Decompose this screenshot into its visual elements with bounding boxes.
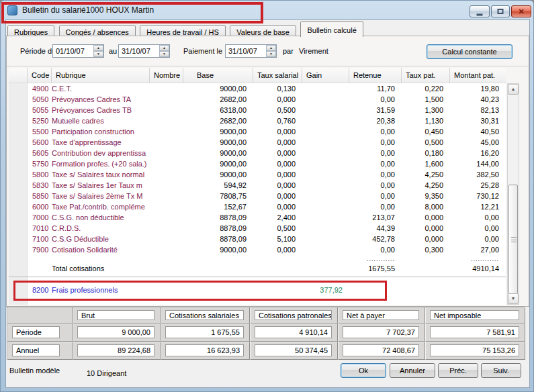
row-gutter bbox=[9, 212, 28, 223]
annuler-button[interactable]: Annuler bbox=[390, 363, 435, 378]
prec-button[interactable]: Préc. bbox=[438, 363, 478, 378]
cell-nombre bbox=[150, 212, 183, 223]
cell-code: 5850 bbox=[28, 191, 52, 201]
cell-nombre bbox=[150, 169, 183, 180]
row-gutter bbox=[9, 158, 28, 169]
period-from-field[interactable]: 01/10/07 ▲▼ bbox=[52, 44, 104, 58]
cell-gain bbox=[302, 201, 349, 212]
ok-button[interactable]: Ok bbox=[341, 363, 386, 378]
row-gutter bbox=[9, 169, 28, 180]
spin-down-icon[interactable]: ▼ bbox=[93, 51, 103, 57]
summary-periode-cot-patronales: 4 910,14 bbox=[250, 324, 338, 342]
cell-retenue: 0,00 bbox=[349, 201, 402, 212]
spin-down-icon[interactable]: ▼ bbox=[159, 51, 169, 57]
cell-taux-pat: 0,000 bbox=[402, 223, 450, 234]
table-row[interactable]: 5605Contribution dev apprentissa9000,000… bbox=[9, 148, 506, 158]
table-row[interactable]: 4900C.E.T.9000,000,13011,700,22019,80 bbox=[9, 83, 506, 94]
row-gutter bbox=[9, 137, 28, 148]
cell-code: 5830 bbox=[28, 180, 52, 191]
frais-professionnels-row[interactable]: 8200 Frais professionnels 377,92 bbox=[9, 285, 506, 295]
cell-taux-pat: 0,300 bbox=[402, 244, 450, 255]
retenue-dash: ............ bbox=[349, 255, 402, 263]
table-row[interactable]: 7900Cotisation Solidarité9000,000,0000,0… bbox=[9, 244, 506, 255]
table-row[interactable]: 5500Participation construction9000,000,0… bbox=[9, 126, 506, 137]
spin-up-icon[interactable]: ▲ bbox=[266, 45, 276, 51]
cell-taux-salarial: 0,000 bbox=[253, 180, 302, 191]
cell-retenue: 31,59 bbox=[349, 105, 402, 115]
col-header-nombre[interactable]: Nombre bbox=[150, 68, 183, 83]
scroll-up-icon[interactable]: ▲ bbox=[508, 84, 519, 95]
cell-rubrique: C.R.D.S. bbox=[52, 223, 150, 234]
cell-code: 5500 bbox=[28, 126, 52, 137]
col-header-montant-pat[interactable]: Montant pat. bbox=[450, 68, 506, 83]
vertical-scrollbar[interactable]: ▲ ▼ bbox=[507, 83, 519, 305]
cell-gain bbox=[302, 126, 349, 137]
col-header-retenue[interactable]: Retenue bbox=[349, 68, 402, 83]
cell-retenue: 44,39 bbox=[349, 223, 402, 234]
total-cotisations-row: Total cotisations 1675,55 4910,14 bbox=[9, 263, 506, 274]
scrollbar-thumb[interactable] bbox=[508, 185, 518, 294]
table-row[interactable]: 5830Taxe s/ Salaires 1er Taux m594,920,0… bbox=[9, 180, 506, 191]
calcul-constante-button[interactable]: Calcul constante bbox=[427, 44, 513, 59]
table-row[interactable]: 5800Taxe s/ Salaires taux normal9000,000… bbox=[9, 169, 506, 180]
table-row[interactable]: 5055Prévoyances Cadres TB6318,000,50031,… bbox=[9, 105, 506, 115]
minimize-button[interactable] bbox=[470, 5, 490, 17]
summary-annuel-cot-patronales: 50 374,45 bbox=[250, 342, 338, 360]
scroll-down-icon[interactable]: ▼ bbox=[508, 293, 519, 304]
col-header-base[interactable]: Base bbox=[183, 68, 253, 83]
payment-method-value: Virement bbox=[299, 47, 328, 55]
summary-periode-net-imposable: 7 581,91 bbox=[425, 324, 525, 342]
scrollbar-grip-icon bbox=[511, 237, 517, 242]
cell-base: 7808,75 bbox=[183, 191, 253, 201]
header-gutter bbox=[9, 68, 28, 83]
spin-up-icon[interactable]: ▲ bbox=[159, 45, 169, 51]
row-gutter bbox=[9, 244, 28, 255]
close-button[interactable]: ✕ bbox=[511, 5, 531, 17]
maximize-button[interactable] bbox=[491, 5, 510, 17]
cell-gain bbox=[302, 83, 349, 94]
table-row[interactable]: 7100C.S.G Déductible8878,095,100452,780,… bbox=[9, 234, 506, 244]
spin-down-icon[interactable]: ▼ bbox=[266, 51, 276, 57]
table-row[interactable]: 5750Formation profes. (+20 sala.)9000,00… bbox=[9, 158, 506, 169]
cell-code: 7100 bbox=[28, 234, 52, 244]
cell-nombre bbox=[150, 148, 183, 158]
summary-header-net-a-payer: Net à payer bbox=[338, 307, 425, 324]
cell-taux-pat: 8,000 bbox=[402, 201, 450, 212]
table-row[interactable]: 6000Taxe Pat./contrib. compléme152,670,0… bbox=[9, 201, 506, 212]
table-row[interactable]: 7010C.R.D.S.8878,090,50044,390,0000,00 bbox=[9, 223, 506, 234]
col-header-taux-pat[interactable]: Taux pat. bbox=[402, 68, 450, 83]
suiv-button[interactable]: Suiv. bbox=[481, 363, 521, 378]
cell-taux-pat: 1,600 bbox=[402, 158, 450, 169]
table-row[interactable]: 7000C.S.G. non déductible8878,092,400213… bbox=[9, 212, 506, 223]
cell-gain bbox=[302, 234, 349, 244]
summary-header-net-imposable: Net imposable bbox=[425, 307, 525, 324]
col-header-code[interactable]: Code bbox=[28, 68, 52, 83]
tab-bulletin-calcule[interactable]: Bulletin calculé bbox=[300, 21, 363, 37]
cell-base: 2682,00 bbox=[183, 94, 253, 105]
total-label: Total cotisations bbox=[52, 263, 150, 274]
cell-taux-salarial: 0,000 bbox=[253, 201, 302, 212]
table-row[interactable]: 5850Taxe s/ Salaires 2ème Tx M7808,750,0… bbox=[9, 191, 506, 201]
title-bar[interactable]: Bulletin du salarié1000 HOUX Martin ✕ bbox=[1, 1, 533, 19]
col-header-rubrique[interactable]: Rubrique bbox=[52, 68, 150, 83]
cell-retenue: 0,00 bbox=[349, 94, 402, 105]
col-header-taux-salarial[interactable]: Taux salarial bbox=[253, 68, 302, 83]
summary-annuel-net-a-payer: 72 408,67 bbox=[338, 342, 425, 360]
cell-code: 8200 bbox=[28, 285, 52, 295]
cell-taux-pat: 1,130 bbox=[402, 115, 450, 126]
period-to-field[interactable]: 31/10/07 ▲▼ bbox=[118, 44, 170, 58]
table-row[interactable]: 5250Mutuelle cadres2682,000,76020,381,13… bbox=[9, 115, 506, 126]
cell-rubrique: C.S.G Déductible bbox=[52, 234, 150, 244]
cell-taux-pat: 4,250 bbox=[402, 180, 450, 191]
spin-up-icon[interactable]: ▲ bbox=[93, 45, 103, 51]
cell-taux-salarial: 0,000 bbox=[253, 191, 302, 201]
cell-rubrique: Participation construction bbox=[52, 126, 150, 137]
table-row[interactable]: 5600Taxe d'apprentissage9000,000,0000,00… bbox=[9, 137, 506, 148]
cell-rubrique: Contribution dev apprentissa bbox=[52, 148, 150, 158]
payment-date-field[interactable]: 31/10/07 ▲▼ bbox=[225, 44, 277, 58]
row-gutter bbox=[9, 223, 28, 234]
cell-gain bbox=[302, 244, 349, 255]
table-row[interactable]: 5050Prévoyances Cadres TA2682,000,0000,0… bbox=[9, 94, 506, 105]
rubrique-table-body: 4900C.E.T.9000,000,13011,700,22019,80505… bbox=[9, 83, 506, 305]
col-header-gain[interactable]: Gain bbox=[302, 68, 349, 83]
